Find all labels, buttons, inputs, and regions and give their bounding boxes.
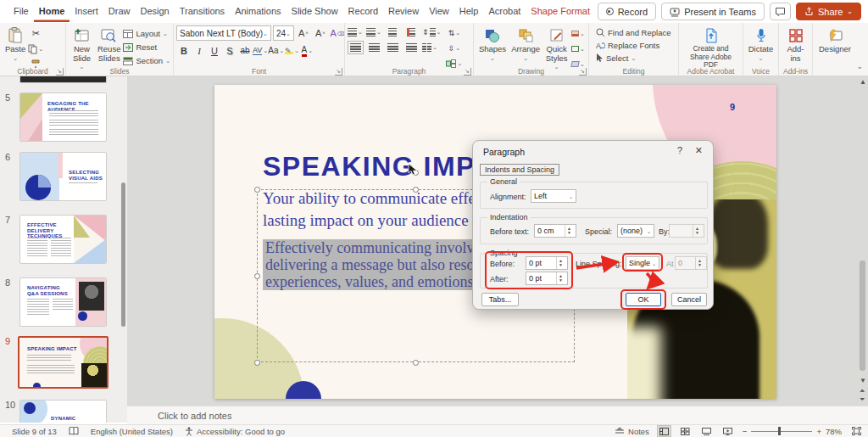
slide-counter[interactable]: Slide 9 of 13 [12, 427, 57, 436]
reading-view-button[interactable] [700, 426, 713, 436]
before-spin-arrows[interactable]: ▲▼ [556, 257, 565, 269]
menu-help[interactable]: Help [454, 1, 484, 22]
handle-bottom-left[interactable] [254, 360, 260, 366]
slide-7-thumbnail[interactable]: EFFECTIVE DELIVERY TECHNIQUES [19, 215, 107, 264]
menu-file[interactable]: File [8, 1, 34, 22]
text-shadow-button[interactable]: S [222, 43, 237, 58]
increase-font-size-button[interactable]: A˄ [296, 26, 311, 41]
align-right-button[interactable] [385, 40, 400, 54]
new-slide-button[interactable]: New Slide⌄ [69, 25, 95, 71]
paste-button[interactable]: Paste⌄ [3, 25, 28, 63]
scroll-down-arrow[interactable]: ▼ [860, 377, 866, 384]
cancel-button[interactable]: Cancel [671, 293, 707, 306]
present-in-teams-button[interactable]: Present in Teams [661, 3, 765, 20]
designer-button[interactable]: Designer [816, 25, 854, 56]
bullets-button[interactable]: ⌄ [348, 25, 363, 39]
notes-toggle-button[interactable]: Notes [615, 427, 649, 436]
create-pdf-button[interactable]: Create and Share Adobe PDF [682, 25, 740, 71]
dialog-close-button[interactable]: ✕ [695, 145, 703, 156]
font-size-combobox[interactable]: 24⌄ [273, 25, 294, 41]
menu-record[interactable]: Record [343, 1, 383, 22]
arrange-button[interactable]: Arrange⌄ [509, 25, 542, 63]
bold-button[interactable]: B [176, 43, 192, 58]
menu-animations[interactable]: Animations [230, 1, 286, 22]
decrease-font-size-button[interactable]: A˅ [313, 26, 328, 41]
numbering-button[interactable]: ⌄ [366, 25, 381, 39]
slideshow-view-button[interactable] [721, 426, 734, 436]
zoom-out-button[interactable]: − [743, 427, 748, 436]
ok-button[interactable]: OK [626, 293, 661, 306]
slide-sorter-view-button[interactable] [679, 426, 692, 436]
handle-top-left[interactable] [254, 187, 260, 193]
menu-insert[interactable]: Insert [70, 1, 103, 22]
text-direction-button[interactable]: ⇅⌄ [446, 25, 462, 40]
slide-8-thumbnail[interactable]: NAVIGATING Q&A SESSIONS [19, 277, 107, 327]
alignment-dropdown[interactable]: Left⌄ [531, 189, 576, 203]
fit-slide-to-window-button[interactable] [850, 426, 863, 436]
paragraph-dialog-launcher[interactable]: ↘ [464, 68, 471, 76]
line-spacing-dropdown[interactable]: Single⌄ [626, 256, 659, 270]
add-ins-button[interactable]: Add-ins [782, 25, 810, 64]
select-button[interactable]: Select⌄ [596, 52, 636, 64]
font-color-button[interactable]: A⌄ [299, 43, 314, 58]
quick-styles-button[interactable]: Quick Styles⌄ [542, 25, 570, 71]
slide-5-thumbnail[interactable]: ENGAGING THE AUDIENCE [19, 92, 107, 142]
handle-top-center[interactable] [413, 187, 419, 193]
copy-button[interactable]: ⌄ [28, 42, 43, 56]
shapes-button[interactable]: Shapes⌄ [476, 25, 509, 63]
decrease-indent-button[interactable] [385, 25, 400, 39]
slide-10-thumbnail[interactable]: DYNAMIC DELIVERY [19, 400, 107, 423]
canvas-scrollbar[interactable]: ▲ ▼ ⏶ ⏷ [858, 78, 867, 404]
strikethrough-button[interactable]: ab [237, 43, 253, 58]
notes-pane[interactable]: Click to add notes [127, 406, 868, 424]
change-case-button[interactable]: Aa⌄ [268, 43, 284, 58]
section-button[interactable]: Section⌄ [123, 54, 170, 67]
align-text-button[interactable]: ⇳⌄ [446, 41, 462, 55]
reset-button[interactable]: Reset [123, 41, 170, 53]
find-replace-button[interactable]: Find and Replace [596, 26, 670, 39]
clipboard-dialog-launcher[interactable]: ↘ [56, 68, 64, 76]
collapse-ribbon-chevron[interactable]: ⌄ [856, 62, 863, 70]
menu-acrobat[interactable]: Acrobat [483, 1, 526, 22]
justify-button[interactable] [403, 40, 419, 54]
before-spinner[interactable]: 0 pt ▲▼ [526, 256, 568, 270]
columns-button[interactable]: ⌄ [422, 40, 437, 54]
spell-check-button[interactable] [69, 427, 79, 436]
zoom-in-button[interactable]: + [816, 427, 821, 436]
slide-9-thumbnail[interactable]: SPEAKING IMPACT [18, 336, 108, 389]
comments-button[interactable] [770, 3, 791, 20]
record-button[interactable]: Record [598, 3, 656, 20]
before-text-spinner[interactable]: 0 cm ▲▼ [534, 224, 576, 238]
share-button[interactable]: Share⌄ [796, 3, 861, 20]
italic-button[interactable]: I [192, 43, 207, 58]
after-spinner[interactable]: 0 pt ▲▼ [526, 272, 568, 285]
align-left-button[interactable] [348, 40, 363, 54]
handle-middle-left[interactable] [254, 273, 260, 279]
zoom-slider-thumb[interactable] [778, 427, 781, 435]
previous-slide-button[interactable]: ⏶ [860, 387, 865, 395]
slide-4-thumbnail[interactable] [19, 76, 107, 83]
menu-view[interactable]: View [424, 1, 454, 22]
tabs-button[interactable]: Tabs... [481, 293, 519, 306]
special-dropdown[interactable]: (none)⌄ [617, 224, 654, 238]
menu-review[interactable]: Review [383, 1, 424, 22]
shape-outline-button[interactable]: ⌄ [570, 42, 586, 56]
increase-indent-button[interactable] [403, 25, 419, 39]
next-slide-button[interactable]: ⏷ [860, 395, 865, 404]
underline-button[interactable]: U [207, 43, 222, 58]
slide-6-thumbnail[interactable]: SELECTING VISUAL AIDS [19, 152, 107, 201]
zoom-slider[interactable] [751, 427, 812, 435]
dictate-button[interactable]: Dictate⌄ [746, 25, 776, 63]
language-button[interactable]: English (United States) [91, 427, 173, 436]
indents-and-spacing-tab[interactable]: Indents and Spacing [480, 164, 559, 176]
reuse-slides-button[interactable]: Reuse Slides [95, 25, 123, 64]
dialog-help-button[interactable]: ? [677, 145, 682, 155]
cut-button[interactable]: ✂ [28, 26, 43, 41]
shape-fill-button[interactable]: ⌄ [570, 26, 586, 41]
before-text-spin-arrows[interactable]: ▲▼ [565, 225, 573, 237]
menu-design[interactable]: Design [135, 1, 174, 22]
font-family-combobox[interactable]: Sabon Next LT (Body)⌄ [176, 25, 271, 41]
font-dialog-launcher[interactable]: ↘ [335, 68, 342, 76]
drawing-dialog-launcher[interactable]: ↘ [579, 68, 587, 76]
zoom-percentage[interactable]: 78% [826, 427, 842, 436]
